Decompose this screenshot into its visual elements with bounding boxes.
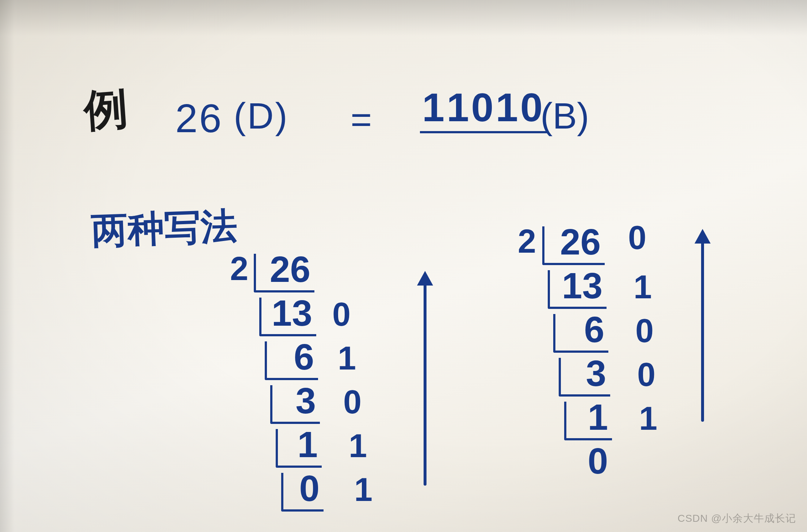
- arrow-up-icon: [424, 281, 427, 486]
- remainder: 0: [343, 383, 362, 421]
- remainder: 0: [635, 312, 654, 350]
- quotient: 1: [570, 396, 608, 438]
- quotient: 6: [559, 309, 604, 351]
- remainder: 0: [637, 356, 655, 394]
- remainder: 1: [354, 471, 372, 509]
- remainder: 0: [628, 219, 646, 257]
- remainder: 1: [338, 340, 356, 377]
- divisor-2-m1: 2: [230, 250, 248, 288]
- divisor-2-m2: 2: [518, 223, 536, 260]
- quotient: 3: [564, 352, 606, 394]
- quotient: 0: [575, 440, 608, 482]
- remainder: 0: [332, 296, 351, 333]
- quotient: 13: [553, 265, 603, 307]
- binary-answer: 11010: [420, 84, 547, 133]
- example-label: 例: [82, 79, 130, 141]
- remainder: 1: [639, 400, 657, 437]
- decimal-suffix: (D): [234, 95, 289, 137]
- binary-suffix: (B): [540, 95, 589, 137]
- quotient: 13: [265, 292, 312, 334]
- quotient: 26: [548, 221, 601, 263]
- arrow-up-icon: [701, 239, 704, 422]
- quotient: 6: [270, 336, 314, 378]
- quotient: 1: [281, 424, 318, 466]
- quotient: 26: [259, 248, 310, 290]
- remainder: 1: [634, 268, 652, 306]
- decimal-value: 26: [175, 95, 223, 141]
- quotient: 3: [276, 380, 316, 422]
- equals-sign: =: [351, 99, 373, 141]
- remainder: 1: [349, 427, 367, 465]
- subtitle-two-methods: 两种写法: [91, 202, 238, 256]
- watermark: CSDN @小余大牛成长记: [677, 512, 796, 525]
- quotient: 0: [287, 467, 320, 509]
